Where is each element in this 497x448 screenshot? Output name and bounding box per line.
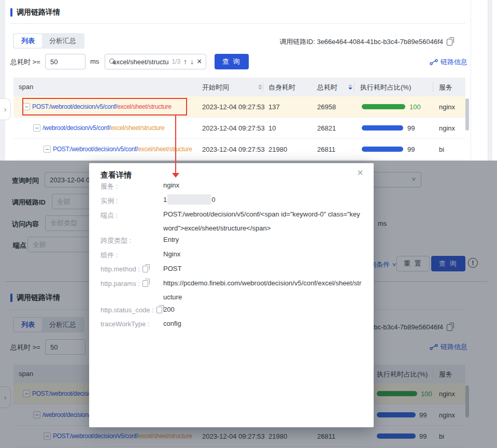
total-time-cell: 26811: [317, 146, 335, 153]
trace-nodes-icon: [430, 59, 438, 66]
span-link[interactable]: /webroot/decision/v5/conf/excel/sheet/st…: [42, 124, 200, 132]
span-type-value: Entry: [163, 233, 362, 247]
drawer-handle[interactable]: ›: [0, 98, 11, 120]
col-self-time: 自身耗时: [268, 83, 295, 92]
exec-pct-value: 99: [407, 146, 415, 153]
self-time-cell: 10: [268, 124, 276, 132]
sort-total-time[interactable]: [348, 84, 352, 90]
self-time-cell: 21980: [268, 146, 287, 153]
copy-icon[interactable]: [143, 280, 148, 287]
close-icon[interactable]: ×: [357, 167, 363, 178]
col-span: span: [19, 83, 33, 91]
search-input-text[interactable]: excel/sheet/structu: [112, 58, 168, 66]
instance-value: 10: [163, 193, 362, 207]
field-label: 实例 :: [101, 196, 118, 206]
keyword-highlight: excel/sheet/structure: [110, 124, 164, 132]
prev-match-icon[interactable]: ↑: [183, 58, 187, 65]
modal-title: 查看详情: [101, 170, 132, 180]
total-time-cell: 26958: [317, 103, 336, 111]
field-label: 端点 :: [101, 211, 118, 220]
clear-search-icon[interactable]: ×: [197, 57, 202, 66]
keyword-highlight: excel/sheet/structure: [138, 146, 192, 153]
tab-list[interactable]: 列表: [14, 34, 42, 48]
component-value: Nginx: [163, 247, 362, 261]
view-tab-group: 列表 分析汇总: [13, 33, 84, 49]
service-value: nginx: [163, 178, 362, 192]
total-time-input[interactable]: [45, 54, 86, 69]
table-header: span 开始时间 自身耗时 总耗时 执行耗时占比(%) 服务: [13, 78, 465, 96]
exec-pct-bar: [362, 125, 403, 131]
ms-unit-label: ms: [90, 57, 99, 65]
exec-pct-value: 100: [409, 103, 421, 111]
field-label: http.status_code :: [101, 306, 162, 314]
total-time-filter-label: 总耗时 >=: [10, 57, 40, 67]
col-service: 服务: [439, 83, 452, 92]
copy-icon[interactable]: [157, 307, 162, 313]
trace-info-link[interactable]: 链路信息: [430, 57, 467, 67]
exec-pct-value: 99: [407, 124, 415, 132]
col-start-time: 开始时间: [202, 83, 229, 92]
total-time-cell: 26821: [317, 124, 336, 132]
annotation-rectangle: [22, 98, 187, 115]
trace-info-label: 链路信息: [441, 57, 467, 67]
trace-work-type-value: config: [163, 316, 362, 330]
http-method-value: POST: [163, 262, 362, 276]
field-label: 跨度类型 :: [101, 236, 131, 245]
collapse-icon[interactable]: −: [33, 124, 40, 132]
service-cell: nginx: [439, 124, 455, 132]
start-time-cell: 2023-12-04 09:27:53: [202, 124, 265, 132]
chevron-right-icon: ›: [4, 105, 7, 113]
next-match-icon[interactable]: ↓: [190, 58, 194, 65]
trace-id-row: 调用链路ID: 3e66e464-4084-41bc-b3c4-7b89e560…: [279, 37, 452, 47]
service-cell: nginx: [439, 103, 455, 111]
field-label: 组件 :: [101, 251, 118, 260]
app-screen: 调用链路详情 列表 分析汇总 调用链路ID: 3e66e464-4084-41b…: [0, 0, 497, 448]
service-cell: bi: [439, 146, 444, 153]
field-label: http.params :: [101, 280, 148, 287]
col-total-time: 总耗时: [317, 83, 337, 92]
redaction-mask: [167, 194, 211, 205]
col-exec-pct: 执行耗时占比(%): [360, 83, 411, 92]
field-label: http.method :: [101, 265, 148, 273]
tab-analysis-summary[interactable]: 分析汇总: [42, 34, 83, 48]
section-accent-bar: [10, 8, 12, 17]
panel-border: [471, 0, 471, 161]
copy-icon[interactable]: [143, 266, 148, 272]
query-button[interactable]: 查 询: [215, 54, 249, 69]
divider: [10, 23, 465, 24]
annotation-arrow-line: [175, 115, 176, 174]
endpoint-value: POST:/webroot/decision/v5/conf/<span id=…: [163, 207, 362, 235]
search-match-counter: 1/3: [172, 58, 180, 65]
keyword-search-box[interactable]: excel/sheet/structu 1/3 ↑ ↓ ×: [105, 54, 206, 69]
trace-id-text: 调用链路ID: 3e66e464-4084-41bc-b3c4-7b89e560…: [279, 37, 443, 47]
field-label: traceWorkType :: [101, 320, 149, 328]
detail-modal: 查看详情 × 服务 : nginx 实例 : 10 端点 : POST:/web…: [89, 163, 374, 427]
exec-pct-bar: [362, 104, 405, 109]
sort-start-time[interactable]: [258, 84, 262, 90]
exec-pct-bar: [362, 147, 403, 152]
start-time-cell: 2023-12-04 09:27:53: [202, 146, 265, 153]
http-status-value: 200: [163, 302, 362, 316]
http-params-value: https://pcdemo.finebi.com/webroot/decisi…: [163, 276, 362, 304]
table-scrollbar-thumb[interactable]: [465, 98, 469, 131]
section-title: 调用链路详情: [17, 8, 60, 17]
annotation-arrow-head: [172, 173, 179, 178]
collapse-icon[interactable]: −: [44, 146, 51, 153]
field-label: 服务 :: [101, 182, 118, 191]
table-row[interactable]: − POST:/webroot/decision/v5/conf/excel/s…: [13, 139, 465, 160]
span-link[interactable]: POST:/webroot/decision/v5/conf/excel/she…: [53, 146, 201, 153]
start-time-cell: 2023-12-04 09:27:53: [202, 103, 265, 111]
table-row[interactable]: − /webroot/decision/v5/conf/excel/sheet/…: [13, 118, 465, 139]
copy-icon[interactable]: [447, 39, 452, 46]
self-time-cell: 137: [268, 103, 280, 111]
